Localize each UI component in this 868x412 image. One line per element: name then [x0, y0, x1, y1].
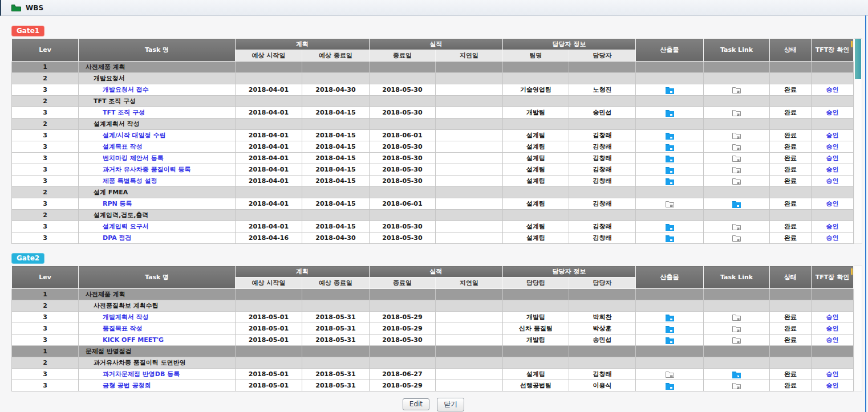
task-name-link[interactable]: 설계/시작 대일정 수립 [103, 132, 166, 139]
gray-folder-icon[interactable] [732, 223, 741, 231]
status-cell: 완료 [770, 176, 812, 187]
gray-folder-icon[interactable] [732, 337, 741, 344]
approve-link[interactable]: 승인 [826, 200, 839, 207]
tft-confirm-cell: 승인 [812, 130, 854, 141]
approve-link[interactable]: 승인 [826, 382, 839, 389]
gray-folder-icon[interactable] [666, 201, 674, 208]
approve-link[interactable]: 승인 [826, 132, 839, 139]
task-name-link[interactable]: DPA 점검 [103, 234, 132, 242]
task-name-label: 과거유사차종 품질이력 도면반영 [94, 359, 186, 366]
blue-folder-icon[interactable] [666, 87, 674, 94]
actual-end-cell: 2018-05-30 [370, 84, 436, 96]
blue-folder-icon[interactable] [666, 223, 674, 231]
task-name-link[interactable]: 품질목표 작성 [103, 325, 143, 332]
task-name-link[interactable]: 금형 공법 공청회 [103, 382, 151, 389]
person-cell: 김창래 [569, 153, 636, 164]
blue-folder-icon[interactable] [666, 314, 674, 321]
plan-start-cell: 2018-04-01 [236, 153, 302, 164]
task-name-link[interactable]: 설계입력 요구서 [103, 223, 149, 230]
approve-link[interactable]: 승인 [826, 86, 839, 93]
approve-link[interactable]: 승인 [826, 109, 839, 116]
task-name-link[interactable]: 설계목표 작성 [103, 143, 143, 150]
approve-link[interactable]: 승인 [826, 234, 839, 242]
gray-folder-icon[interactable] [732, 109, 741, 117]
delay-cell [436, 119, 503, 130]
task-name-link[interactable]: 과거차문제점 반영DB 등록 [103, 370, 180, 378]
actual-end-cell: 2018-05-30 [370, 164, 436, 176]
gray-folder-icon[interactable] [732, 235, 741, 242]
plan-end-cell [302, 96, 370, 107]
plan-start-cell [236, 62, 302, 73]
task-name-link[interactable]: 과거차 유사차종 품질이력 등록 [103, 166, 191, 173]
task-name-link[interactable]: TFT 조직 구성 [103, 109, 145, 116]
blue-folder-icon[interactable] [666, 178, 674, 185]
approve-link[interactable]: 승인 [826, 223, 839, 230]
close-button[interactable]: 닫기 [437, 398, 464, 411]
gray-folder-icon[interactable] [732, 314, 741, 321]
delay-cell [436, 289, 503, 300]
gray-folder-icon[interactable] [732, 87, 741, 94]
blue-folder-icon[interactable] [666, 144, 674, 151]
table-scrollbar[interactable] [854, 38, 862, 244]
plan-start-cell: 2018-04-01 [236, 84, 302, 96]
task-link-cell [704, 232, 770, 244]
approve-link[interactable]: 승인 [826, 370, 839, 378]
blue-folder-icon[interactable] [666, 109, 674, 117]
task-row: 3설계/시작 대일정 수립2018-04-012018-04-152018-06… [12, 130, 854, 141]
task-name-label: 사전제품 계획 [86, 291, 125, 298]
task-name-link[interactable]: KICK OFF MEET'G [103, 336, 164, 344]
team-cell [503, 73, 569, 84]
approve-link[interactable]: 승인 [826, 166, 839, 173]
blue-folder-icon[interactable] [666, 337, 674, 344]
plan-start-cell [236, 346, 302, 357]
actual-end-cell [370, 357, 436, 369]
approve-link[interactable]: 승인 [826, 325, 839, 332]
plan-end-cell: 2018-04-15 [302, 198, 370, 210]
scrollbar-thumb[interactable] [855, 39, 861, 79]
gray-folder-icon[interactable] [732, 382, 741, 390]
task-name-link[interactable]: 벤치마킹 제안서 등록 [103, 154, 164, 162]
actual-end-cell: 2018-05-30 [370, 335, 436, 346]
blue-folder-icon[interactable] [666, 132, 674, 140]
gray-folder-icon[interactable] [732, 178, 741, 185]
blue-folder-icon[interactable] [666, 166, 674, 174]
task-link-cell [704, 221, 770, 232]
gray-folder-icon[interactable] [732, 166, 741, 174]
col-group-owner-info: 담당자 정보 [503, 39, 636, 50]
approve-link[interactable]: 승인 [826, 313, 839, 321]
blue-folder-icon[interactable] [732, 371, 741, 378]
gray-folder-icon[interactable] [732, 325, 741, 333]
task-name-link[interactable]: 개발요청서 접수 [103, 86, 149, 93]
task-name-link[interactable]: 제품 특별특성 설정 [103, 177, 157, 185]
task-name-cell: 제품 특별특성 설정 [79, 176, 236, 187]
status-cell [770, 73, 812, 84]
blue-folder-icon[interactable] [666, 235, 674, 242]
person-cell [569, 289, 636, 300]
gray-folder-icon[interactable] [732, 144, 741, 151]
task-name-link[interactable]: RPN 등록 [103, 200, 132, 207]
blue-folder-icon[interactable] [666, 155, 674, 162]
table-scrollbar[interactable] [854, 266, 862, 391]
approve-link[interactable]: 승인 [826, 336, 839, 344]
tft-confirm-cell: 승인 [812, 335, 854, 346]
task-link-cell [704, 198, 770, 210]
approve-link[interactable]: 승인 [826, 177, 839, 185]
blue-folder-icon[interactable] [666, 382, 674, 390]
gray-folder-icon[interactable] [732, 132, 741, 140]
deliverable-cell [636, 198, 704, 210]
task-name-link[interactable]: 개발계획서 작성 [103, 313, 149, 321]
blue-folder-icon[interactable] [666, 325, 674, 333]
tft-confirm-cell: 승인 [812, 107, 854, 119]
lev-cell: 3 [12, 323, 79, 335]
blue-folder-icon[interactable] [732, 201, 741, 208]
task-row: 2설계 FMEA [12, 187, 854, 198]
plan-end-cell [302, 187, 370, 198]
delay-cell [436, 312, 503, 323]
gray-folder-icon[interactable] [732, 155, 741, 162]
gray-folder-icon[interactable] [666, 371, 674, 378]
gates-container: Gate1LevTask 명계획실적담당자 정보산출물Task Link상태TF… [0, 25, 868, 391]
approve-link[interactable]: 승인 [826, 154, 839, 162]
approve-link[interactable]: 승인 [826, 143, 839, 150]
edit-button[interactable]: Edit [403, 398, 429, 410]
team-cell: 설계팀 [503, 369, 569, 380]
